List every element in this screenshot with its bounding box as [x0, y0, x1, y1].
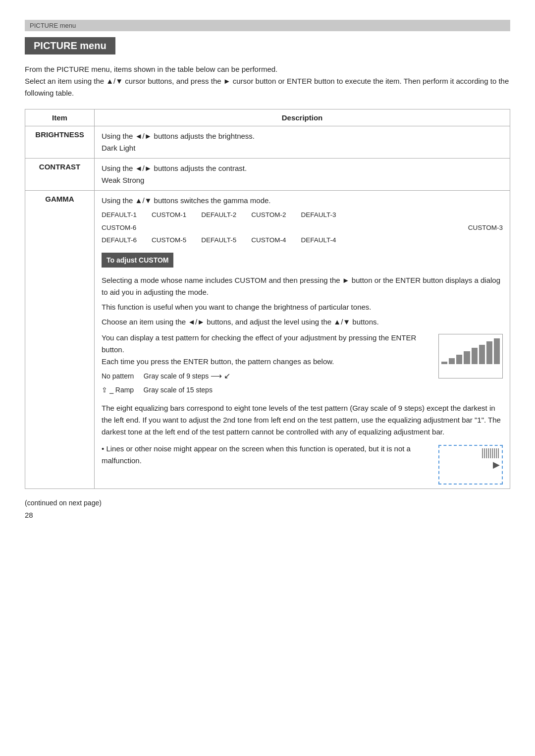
- custom-desc2: This function is useful when you want to…: [102, 301, 503, 313]
- breadcrumb-text: PICTURE menu: [30, 22, 76, 29]
- contrast-desc: Using the ◄/► buttons adjusts the contra…: [95, 159, 510, 191]
- ramp-label: Ramp: [115, 386, 134, 394]
- table-row-brightness: BRIGHTNESS Using the ◄/► buttons adjusts…: [25, 126, 510, 159]
- bar-2: [456, 355, 462, 364]
- footer-text: (continued on next page): [25, 499, 510, 507]
- header-item: Item: [25, 109, 95, 126]
- gray9-label: Gray scale of 9 steps: [144, 372, 209, 380]
- bar-7: [494, 338, 500, 364]
- arrow-down-icon: ↙: [224, 372, 230, 380]
- brightness-desc: Using the ◄/► buttons adjusts the bright…: [95, 126, 510, 159]
- gamma-custom3: CUSTOM-3: [468, 222, 503, 233]
- gamma-default1: DEFAULT-1: [102, 210, 137, 220]
- arrow-right-icon: ⟶: [211, 372, 222, 380]
- eight-bars-desc: The eight equalizing bars correspond to …: [102, 402, 503, 438]
- pattern-diagram: [438, 334, 503, 378]
- noise-diagram: ▶: [438, 445, 503, 485]
- gamma-default3: DEFAULT-3: [301, 210, 336, 220]
- gamma-default6: DEFAULT-6: [102, 235, 137, 246]
- gamma-label: GAMMA: [25, 191, 95, 489]
- gamma-options-row1: DEFAULT-1 CUSTOM-1 DEFAULT-2 CUSTOM-2 DE…: [102, 210, 503, 220]
- gamma-desc-cell: Using the ▲/▼ buttons switches the gamma…: [95, 191, 510, 489]
- intro-line2: Select an item using the ▲/▼ cursor butt…: [25, 75, 510, 99]
- bar-1: [449, 358, 455, 364]
- contrast-label: CONTRAST: [25, 159, 95, 191]
- gamma-pattern-section: You can display a test pattern for check…: [102, 332, 503, 397]
- picture-menu-table: Item Description BRIGHTNESS Using the ◄/…: [25, 109, 510, 489]
- brightness-label: BRIGHTNESS: [25, 126, 95, 159]
- gamma-default2: DEFAULT-2: [201, 210, 236, 220]
- page-title-box: PICTURE menu: [25, 37, 115, 54]
- contrast-line1: Using the ◄/► buttons adjusts the contra…: [102, 162, 503, 174]
- bar-chart: [439, 334, 502, 364]
- bar-0: [441, 362, 447, 365]
- pattern-flow-row2: ⇪ ⎯ Ramp Gray scale of 15 steps: [102, 384, 503, 395]
- noise-arrow-icon: ▶: [493, 458, 500, 472]
- page-title: PICTURE menu: [34, 40, 107, 51]
- gamma-custom2: CUSTOM-2: [251, 210, 286, 220]
- gamma-default5: DEFAULT-5: [201, 235, 236, 246]
- noise-dots: [482, 448, 499, 458]
- bar-4: [472, 348, 478, 364]
- table-row-contrast: CONTRAST Using the ◄/► buttons adjusts t…: [25, 159, 510, 191]
- custom-desc1: Selecting a mode whose name includes CUS…: [102, 274, 503, 298]
- intro-line1: From the PICTURE menu, items shown in th…: [25, 63, 510, 75]
- intro-block: From the PICTURE menu, items shown in th…: [25, 63, 510, 99]
- header-desc: Description: [95, 109, 510, 126]
- breadcrumb-bar: PICTURE menu: [25, 20, 510, 31]
- bar-6: [486, 341, 492, 364]
- bar-5: [479, 345, 485, 365]
- brightness-line2: Dark Light: [102, 142, 503, 154]
- no-pattern-label: No pattern: [102, 372, 134, 380]
- gamma-options-row3: DEFAULT-6 CUSTOM-5 DEFAULT-5 CUSTOM-4 DE…: [102, 235, 503, 246]
- bar-3: [464, 351, 470, 364]
- gamma-switch-line: Using the ▲/▼ buttons switches the gamma…: [102, 195, 503, 207]
- gamma-custom1: CUSTOM-1: [152, 210, 186, 220]
- gamma-custom4: CUSTOM-4: [251, 235, 286, 246]
- long-arrow-right-icon: ⎯: [109, 386, 113, 394]
- to-adjust-custom-btn: To adjust CUSTOM: [102, 253, 173, 268]
- brightness-line1: Using the ◄/► buttons adjusts the bright…: [102, 130, 503, 142]
- page-number: 28: [25, 511, 510, 519]
- gamma-custom5: CUSTOM-5: [152, 235, 186, 246]
- contrast-line2: Weak Strong: [102, 174, 503, 186]
- gamma-custom6: CUSTOM-6: [102, 222, 136, 233]
- gray15-label: Gray scale of 15 steps: [144, 386, 213, 394]
- gamma-default4: DEFAULT-4: [301, 235, 336, 246]
- custom-desc3: Choose an item using the ◄/► buttons, an…: [102, 316, 503, 328]
- noise-section: ▶ • Lines or other noise might appear on…: [102, 443, 503, 485]
- gamma-options-row2: CUSTOM-6 CUSTOM-3: [102, 222, 503, 233]
- table-row-gamma: GAMMA Using the ▲/▼ buttons switches the…: [25, 191, 510, 489]
- up-arrow-icon: ⇪: [102, 386, 107, 394]
